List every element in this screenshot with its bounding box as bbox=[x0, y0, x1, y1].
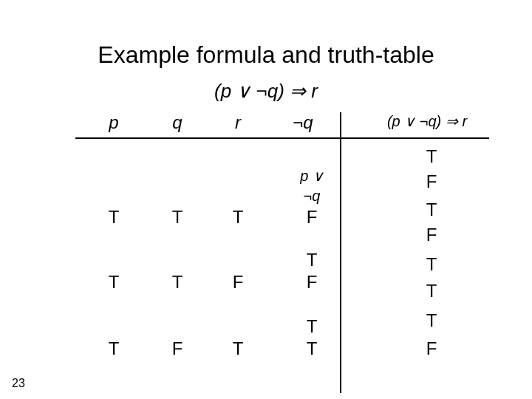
cell-p-1: T bbox=[92, 207, 136, 228]
cell-p-2: T bbox=[92, 272, 136, 293]
result-4: F bbox=[417, 225, 446, 245]
cell-nq-3: T bbox=[282, 338, 341, 359]
page-number: 23 bbox=[12, 377, 25, 390]
result-5: T bbox=[417, 254, 446, 275]
cell-nq-3a: T bbox=[282, 316, 341, 337]
slide-title: Example formula and truth-table bbox=[0, 41, 532, 69]
result-1: T bbox=[417, 146, 446, 167]
cell-nq-1: F bbox=[282, 207, 341, 228]
cell-r-3: T bbox=[216, 338, 260, 359]
label-p-or: p ∨ bbox=[282, 167, 341, 185]
header-q: q bbox=[155, 112, 200, 133]
cell-nq-extra-t: T bbox=[282, 250, 341, 270]
result-8: F bbox=[417, 338, 446, 359]
result-2: F bbox=[417, 171, 446, 192]
header-p: p bbox=[92, 112, 136, 133]
cell-q-3: F bbox=[155, 338, 200, 359]
main-formula: (p ∨ ¬q) ⇒ r bbox=[0, 80, 532, 103]
result-6: T bbox=[417, 281, 446, 301]
cell-r-1: T bbox=[216, 207, 260, 228]
label-not-q: ¬q bbox=[282, 188, 341, 205]
header-formula: (p ∨ ¬q) ⇒ r bbox=[365, 112, 489, 130]
result-7: T bbox=[417, 310, 446, 331]
cell-q-2: T bbox=[155, 272, 200, 293]
result-3: T bbox=[417, 200, 446, 220]
cell-r-2: F bbox=[216, 272, 260, 293]
header-rule bbox=[75, 137, 489, 139]
header-not-q: ¬q bbox=[273, 112, 332, 133]
slide: Example formula and truth-table (p ∨ ¬q)… bbox=[0, 0, 532, 399]
cell-nq-extra-f: F bbox=[282, 272, 341, 293]
cell-q-1: T bbox=[155, 207, 200, 228]
header-r: r bbox=[216, 112, 260, 133]
cell-p-3: T bbox=[92, 338, 136, 359]
